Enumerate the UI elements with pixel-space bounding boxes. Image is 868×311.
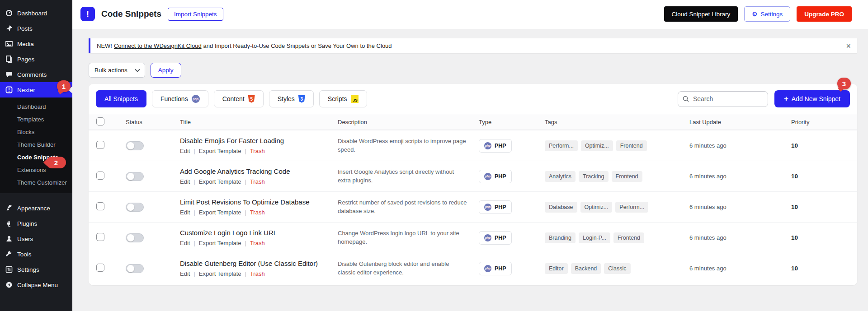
php-icon: php [484, 204, 491, 211]
export-template-link[interactable]: Export Template [199, 178, 241, 185]
sidebar-item-comments[interactable]: Comments [0, 67, 72, 82]
tab-functions[interactable]: Functions php [152, 90, 208, 107]
snippet-title[interactable]: Limit Post Revisions To Optimize Databas… [180, 198, 332, 206]
export-template-link[interactable]: Export Template [199, 209, 241, 216]
php-icon: php [192, 95, 200, 103]
tag: Perform... [545, 140, 578, 151]
row-checkbox[interactable] [96, 141, 104, 149]
submenu-item-blocks[interactable]: Blocks [0, 125, 72, 138]
tab-styles[interactable]: Styles 3 [269, 90, 314, 107]
row-checkbox[interactable] [96, 233, 104, 241]
nexter-exclamation-icon [5, 86, 13, 93]
export-template-link[interactable]: Export Template [199, 240, 241, 246]
sidebar-item-label: Nexter [17, 87, 35, 93]
tag: Frontend [613, 232, 644, 243]
snippet-title[interactable]: Disable Emojis For Faster Loading [180, 137, 332, 144]
submenu-item-theme-builder[interactable]: Theme Builder [0, 138, 72, 151]
apply-button[interactable]: Apply [151, 63, 181, 78]
row-checkbox[interactable] [96, 264, 104, 272]
status-toggle[interactable] [126, 141, 144, 150]
search-input[interactable] [692, 95, 760, 103]
trash-link[interactable]: Trash [250, 209, 265, 216]
trash-link[interactable]: Trash [250, 178, 265, 185]
import-snippets-button[interactable]: Import Snippets [168, 8, 223, 21]
trash-link[interactable]: Trash [250, 240, 265, 246]
tab-scripts[interactable]: Scripts JS [319, 90, 367, 107]
sidebar-item-label: Collapse Menu [17, 282, 58, 288]
table-header: Status Title Description Type Tags Last … [89, 114, 857, 130]
plus-icon: + [784, 94, 788, 103]
trash-link[interactable]: Trash [250, 270, 265, 277]
snippet-title[interactable]: Customize Login Logo Link URL [180, 229, 332, 237]
plug-icon [5, 220, 13, 227]
snippet-title[interactable]: Disable Gutenberg Editor (Use Classic Ed… [180, 260, 332, 267]
status-toggle[interactable] [126, 233, 144, 242]
sidebar-item-appearance[interactable]: Appearance [0, 200, 72, 216]
submenu-item-theme-customizer[interactable]: Theme Customizer [0, 176, 72, 189]
export-template-link[interactable]: Export Template [199, 148, 241, 154]
last-update: 6 minutes ago [689, 234, 791, 241]
tag: Analytics [545, 171, 576, 182]
row-checkbox[interactable] [96, 202, 104, 210]
column-last-update: Last Update [689, 119, 791, 125]
pushpin-icon [5, 25, 13, 32]
cloud-notice-banner: NEW! Connect to the WDesignKit Cloud and… [89, 38, 857, 53]
snippet-description: Disable Gutenberg block editor and enabl… [338, 260, 479, 277]
priority-value: 10 [791, 173, 857, 180]
type-badge: phpPHP [479, 262, 512, 275]
submenu-item-dashboard[interactable]: Dashboard [0, 100, 72, 113]
priority-value: 10 [791, 265, 857, 272]
tags-cell: Perform... Optimiz... Frontend [545, 140, 689, 151]
column-description: Description [338, 119, 479, 125]
sidebar-item-settings[interactable]: Settings [0, 262, 72, 277]
tag: Frontend [612, 171, 642, 182]
paintbrush-icon [5, 204, 13, 212]
sidebar-item-label: Settings [17, 266, 39, 273]
trash-link[interactable]: Trash [250, 148, 265, 154]
sidebar-item-media[interactable]: Media [0, 36, 72, 51]
type-badge: phpPHP [479, 170, 512, 183]
row-checkbox[interactable] [96, 172, 104, 180]
export-template-link[interactable]: Export Template [199, 270, 241, 277]
upgrade-pro-button[interactable]: Upgrade PRO [797, 6, 852, 22]
sidebar-item-posts[interactable]: Posts [0, 21, 72, 36]
edit-link[interactable]: Edit [180, 209, 190, 216]
submenu-item-templates[interactable]: Templates [0, 113, 72, 125]
column-priority: Priority [791, 119, 857, 125]
tab-all-snippets[interactable]: All Snippets [96, 90, 146, 107]
tab-content[interactable]: Content 5 [214, 90, 264, 107]
snippet-description: Disable WordPress emoji scripts to impro… [338, 137, 479, 154]
sidebar-item-collapse-menu[interactable]: Collapse Menu [0, 277, 72, 292]
status-toggle[interactable] [126, 172, 144, 181]
row-actions: Edit| Export Template| Trash [180, 270, 332, 277]
sidebar-item-label: Plugins [17, 220, 37, 227]
priority-value: 10 [791, 142, 857, 149]
close-icon[interactable]: × [846, 42, 851, 50]
sidebar-item-dashboard[interactable]: Dashboard [0, 5, 72, 21]
edit-link[interactable]: Edit [180, 240, 190, 246]
collapse-arrow-icon [5, 281, 13, 288]
sidebar-item-tools[interactable]: Tools [0, 246, 72, 262]
wdesignkit-cloud-link[interactable]: Connect to the WDesignKit Cloud [114, 42, 202, 49]
status-toggle[interactable] [126, 264, 144, 273]
page-header: ! Code Snippets Import Snippets Cloud Sn… [72, 0, 868, 29]
snippet-description: Restrict number of saved post revisions … [338, 199, 479, 216]
select-all-checkbox[interactable] [96, 117, 104, 125]
edit-link[interactable]: Edit [180, 270, 190, 277]
snippet-title[interactable]: Add Google Analytics Tracking Code [180, 167, 332, 175]
nexter-submenu: Dashboard Templates Blocks Theme Builder… [0, 97, 72, 193]
status-toggle[interactable] [126, 203, 144, 212]
last-update: 6 minutes ago [689, 173, 791, 180]
edit-link[interactable]: Edit [180, 178, 190, 185]
sidebar-item-users[interactable]: Users [0, 231, 72, 246]
bulk-actions-select[interactable]: Bulk actions [89, 63, 145, 78]
sidebar-item-plugins[interactable]: Plugins [0, 216, 72, 231]
gear-icon: ⚙ [752, 10, 757, 18]
add-new-snippet-button[interactable]: + Add New Snippet [774, 90, 850, 107]
sidebar-item-pages[interactable]: Pages [0, 51, 72, 67]
page-title: Code Snippets [101, 9, 161, 19]
edit-link[interactable]: Edit [180, 148, 190, 154]
cloud-snippet-library-button[interactable]: Cloud Snippet Library [664, 6, 738, 22]
last-update: 6 minutes ago [689, 204, 791, 210]
settings-button[interactable]: ⚙ Settings [744, 6, 790, 22]
